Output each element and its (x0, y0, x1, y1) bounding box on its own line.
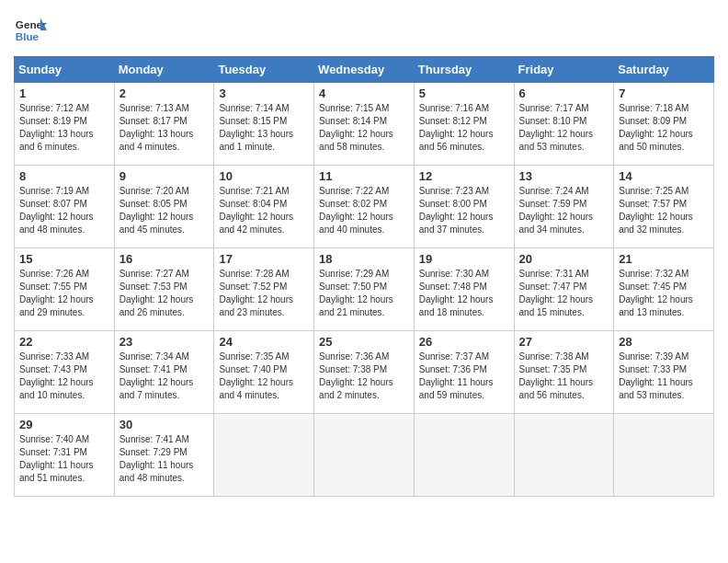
calendar-cell (614, 414, 714, 497)
calendar-cell: 23 Sunrise: 7:34 AMSunset: 7:41 PMDaylig… (114, 331, 214, 414)
day-number: 24 (219, 335, 309, 349)
calendar-cell (514, 414, 614, 497)
day-info: Sunrise: 7:22 AMSunset: 8:02 PMDaylight:… (319, 186, 393, 235)
day-number: 27 (519, 335, 609, 349)
day-info: Sunrise: 7:12 AMSunset: 8:19 PMDaylight:… (19, 103, 94, 152)
calendar-cell: 18 Sunrise: 7:29 AMSunset: 7:50 PMDaylig… (314, 248, 415, 331)
calendar-cell: 27 Sunrise: 7:38 AMSunset: 7:35 PMDaylig… (514, 331, 614, 414)
day-number: 20 (519, 252, 609, 266)
calendar-header-row: SundayMondayTuesdayWednesdayThursdayFrid… (15, 57, 714, 83)
calendar-week-3: 15 Sunrise: 7:26 AMSunset: 7:55 PMDaylig… (15, 248, 714, 331)
day-info: Sunrise: 7:19 AMSunset: 8:07 PMDaylight:… (19, 186, 94, 235)
day-info: Sunrise: 7:36 AMSunset: 7:38 PMDaylight:… (319, 351, 393, 400)
calendar-cell: 1 Sunrise: 7:12 AMSunset: 8:19 PMDayligh… (15, 83, 115, 166)
day-info: Sunrise: 7:30 AMSunset: 7:48 PMDaylight:… (419, 269, 494, 317)
day-info: Sunrise: 7:17 AMSunset: 8:10 PMDaylight:… (519, 103, 594, 152)
logo: General Blue (14, 14, 47, 47)
day-info: Sunrise: 7:28 AMSunset: 7:52 PMDaylight:… (219, 269, 293, 317)
calendar-cell: 13 Sunrise: 7:24 AMSunset: 7:59 PMDaylig… (514, 166, 614, 248)
day-info: Sunrise: 7:20 AMSunset: 8:05 PMDaylight:… (119, 186, 194, 235)
calendar-cell: 22 Sunrise: 7:33 AMSunset: 7:43 PMDaylig… (15, 331, 115, 414)
day-info: Sunrise: 7:24 AMSunset: 7:59 PMDaylight:… (519, 186, 594, 235)
day-number: 26 (419, 335, 509, 349)
day-number: 3 (219, 86, 309, 100)
day-number: 1 (19, 86, 109, 100)
calendar-cell: 30 Sunrise: 7:41 AMSunset: 7:29 PMDaylig… (114, 414, 214, 497)
day-number: 22 (19, 335, 109, 349)
day-number: 30 (119, 418, 210, 431)
logo-icon: General Blue (14, 14, 47, 47)
day-info: Sunrise: 7:14 AMSunset: 8:15 PMDaylight:… (219, 103, 293, 152)
svg-text:Blue: Blue (16, 30, 40, 42)
day-number: 15 (19, 252, 109, 266)
day-number: 17 (219, 252, 309, 266)
calendar-body: 1 Sunrise: 7:12 AMSunset: 8:19 PMDayligh… (15, 83, 714, 497)
calendar-cell (314, 414, 415, 497)
calendar-week-2: 8 Sunrise: 7:19 AMSunset: 8:07 PMDayligh… (15, 166, 714, 248)
calendar-cell: 17 Sunrise: 7:28 AMSunset: 7:52 PMDaylig… (214, 248, 314, 331)
day-number: 19 (419, 252, 509, 266)
day-number: 9 (119, 169, 210, 183)
calendar-cell: 6 Sunrise: 7:17 AMSunset: 8:10 PMDayligh… (514, 83, 614, 166)
day-info: Sunrise: 7:27 AMSunset: 7:53 PMDaylight:… (119, 269, 194, 317)
weekday-header-monday: Monday (114, 57, 214, 83)
day-number: 25 (319, 335, 409, 349)
calendar-cell: 11 Sunrise: 7:22 AMSunset: 8:02 PMDaylig… (314, 166, 415, 248)
day-number: 5 (419, 86, 509, 100)
calendar-cell: 19 Sunrise: 7:30 AMSunset: 7:48 PMDaylig… (414, 248, 514, 331)
calendar-cell: 14 Sunrise: 7:25 AMSunset: 7:57 PMDaylig… (614, 166, 714, 248)
day-number: 10 (219, 169, 309, 183)
day-number: 23 (119, 335, 210, 349)
day-info: Sunrise: 7:31 AMSunset: 7:47 PMDaylight:… (519, 269, 594, 317)
calendar-cell: 26 Sunrise: 7:37 AMSunset: 7:36 PMDaylig… (414, 331, 514, 414)
calendar-cell: 21 Sunrise: 7:32 AMSunset: 7:45 PMDaylig… (614, 248, 714, 331)
page-header: General Blue (14, 14, 714, 47)
calendar-week-4: 22 Sunrise: 7:33 AMSunset: 7:43 PMDaylig… (15, 331, 714, 414)
day-info: Sunrise: 7:15 AMSunset: 8:14 PMDaylight:… (319, 103, 393, 152)
day-number: 14 (619, 169, 709, 183)
day-number: 7 (619, 86, 709, 100)
calendar-cell: 2 Sunrise: 7:13 AMSunset: 8:17 PMDayligh… (114, 83, 214, 166)
day-info: Sunrise: 7:29 AMSunset: 7:50 PMDaylight:… (319, 269, 393, 317)
calendar-cell: 3 Sunrise: 7:14 AMSunset: 8:15 PMDayligh… (214, 83, 314, 166)
day-info: Sunrise: 7:35 AMSunset: 7:40 PMDaylight:… (219, 351, 293, 400)
day-info: Sunrise: 7:18 AMSunset: 8:09 PMDaylight:… (619, 103, 693, 152)
day-info: Sunrise: 7:33 AMSunset: 7:43 PMDaylight:… (19, 351, 94, 400)
calendar-cell (214, 414, 314, 497)
calendar-week-1: 1 Sunrise: 7:12 AMSunset: 8:19 PMDayligh… (15, 83, 714, 166)
day-number: 12 (419, 169, 509, 183)
calendar-cell: 4 Sunrise: 7:15 AMSunset: 8:14 PMDayligh… (314, 83, 415, 166)
calendar-table: SundayMondayTuesdayWednesdayThursdayFrid… (14, 56, 714, 497)
day-info: Sunrise: 7:38 AMSunset: 7:35 PMDaylight:… (519, 351, 594, 400)
day-info: Sunrise: 7:26 AMSunset: 7:55 PMDaylight:… (19, 269, 94, 317)
day-info: Sunrise: 7:40 AMSunset: 7:31 PMDaylight:… (19, 434, 94, 483)
calendar-cell: 29 Sunrise: 7:40 AMSunset: 7:31 PMDaylig… (15, 414, 115, 497)
day-info: Sunrise: 7:41 AMSunset: 7:29 PMDaylight:… (119, 434, 194, 483)
day-info: Sunrise: 7:32 AMSunset: 7:45 PMDaylight:… (619, 269, 693, 317)
weekday-header-thursday: Thursday (414, 57, 514, 83)
calendar-cell (414, 414, 514, 497)
day-info: Sunrise: 7:37 AMSunset: 7:36 PMDaylight:… (419, 351, 494, 400)
day-info: Sunrise: 7:13 AMSunset: 8:17 PMDaylight:… (119, 103, 194, 152)
day-info: Sunrise: 7:25 AMSunset: 7:57 PMDaylight:… (619, 186, 693, 235)
weekday-header-saturday: Saturday (614, 57, 714, 83)
weekday-header-sunday: Sunday (15, 57, 115, 83)
day-info: Sunrise: 7:34 AMSunset: 7:41 PMDaylight:… (119, 351, 194, 400)
calendar-cell: 15 Sunrise: 7:26 AMSunset: 7:55 PMDaylig… (15, 248, 115, 331)
day-number: 29 (19, 418, 109, 431)
day-info: Sunrise: 7:16 AMSunset: 8:12 PMDaylight:… (419, 103, 494, 152)
weekday-header-tuesday: Tuesday (214, 57, 314, 83)
weekday-header-friday: Friday (514, 57, 614, 83)
weekday-header-wednesday: Wednesday (314, 57, 415, 83)
calendar-cell: 20 Sunrise: 7:31 AMSunset: 7:47 PMDaylig… (514, 248, 614, 331)
day-number: 2 (119, 86, 210, 100)
calendar-week-5: 29 Sunrise: 7:40 AMSunset: 7:31 PMDaylig… (15, 414, 714, 497)
calendar-cell: 5 Sunrise: 7:16 AMSunset: 8:12 PMDayligh… (414, 83, 514, 166)
day-number: 6 (519, 86, 609, 100)
day-number: 28 (619, 335, 709, 349)
day-number: 8 (19, 169, 109, 183)
day-info: Sunrise: 7:21 AMSunset: 8:04 PMDaylight:… (219, 186, 293, 235)
day-number: 18 (319, 252, 409, 266)
day-number: 16 (119, 252, 210, 266)
day-info: Sunrise: 7:23 AMSunset: 8:00 PMDaylight:… (419, 186, 494, 235)
